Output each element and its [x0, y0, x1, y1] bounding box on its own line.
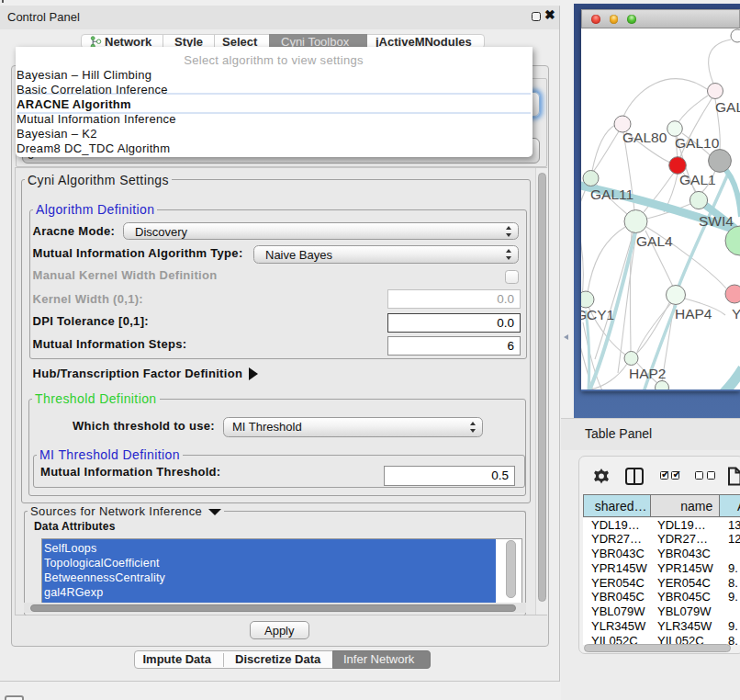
svg-text:GCY1: GCY1: [581, 307, 614, 322]
svg-text:GAL1: GAL1: [679, 172, 716, 187]
svg-text:GAL80: GAL80: [622, 130, 667, 145]
svg-text:SWI4: SWI4: [699, 213, 734, 229]
svg-text:GAL4: GAL4: [636, 233, 673, 249]
svg-text:HAP2: HAP2: [629, 366, 667, 381]
svg-text:GAL7: GAL7: [715, 99, 740, 115]
svg-text:HAP4: HAP4: [675, 306, 712, 322]
svg-text:Y: Y: [732, 306, 740, 322]
svg-text:GAL10: GAL10: [675, 135, 720, 151]
svg-text:GAL11: GAL11: [590, 186, 633, 202]
